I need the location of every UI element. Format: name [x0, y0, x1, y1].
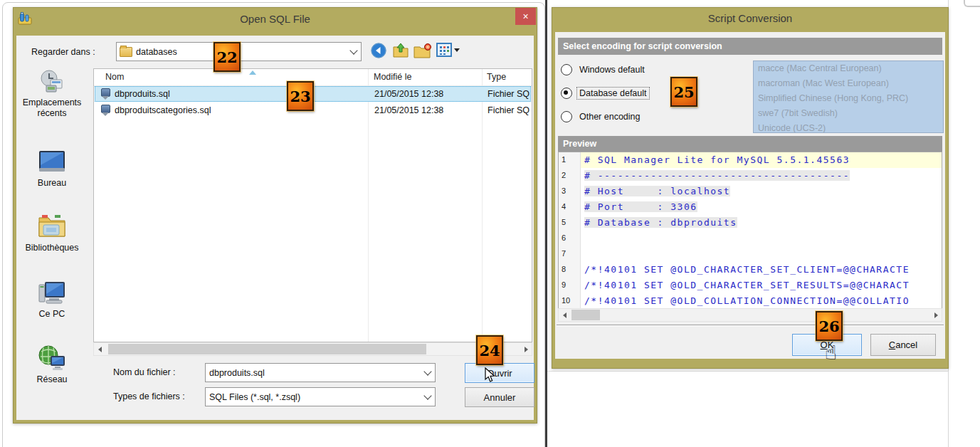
radio-icon[interactable]	[561, 64, 572, 75]
radio-label[interactable]: Windows default	[577, 64, 647, 75]
look-in-label: Regarder dans :	[31, 47, 95, 57]
place-desktop[interactable]: Bureau	[18, 178, 86, 189]
sql-file-icon	[100, 105, 110, 116]
hand-cursor-icon: ☝	[825, 341, 837, 364]
file-type-value: SQL Files (*.sql, *.zsql)	[206, 392, 421, 402]
cancel-button-label: Annuler	[484, 392, 516, 403]
folder-icon	[120, 47, 132, 57]
view-menu-icon[interactable]	[436, 43, 452, 60]
right-bottom-line	[547, 371, 948, 372]
dialog-body: Select encoding for script conversion Wi…	[555, 32, 945, 359]
page: Open SQL File × Regarder dans : database…	[0, 0, 980, 447]
file-modified: 21/05/2015 12:38	[374, 89, 443, 99]
file-name-value: dbproduits.sql	[206, 368, 421, 378]
line-number: 10	[562, 296, 570, 305]
up-folder-icon[interactable]	[392, 43, 409, 58]
scroll-right-icon[interactable]	[520, 343, 532, 355]
step-badge-26: 26	[816, 311, 843, 341]
code-line: # --------------------------------------	[584, 170, 850, 181]
arrow-cursor-icon	[485, 367, 495, 383]
cancel-button-label: Cancel	[889, 340, 917, 350]
network-icon[interactable]	[38, 345, 66, 372]
file-name-combobox[interactable]: dbproduits.sql	[205, 363, 436, 382]
scrollbar-thumb[interactable]	[571, 310, 600, 320]
file-type: Fichier SQ	[488, 89, 532, 99]
code-line: # SQL Manager Lite for MySQL 5.5.1.45563	[584, 154, 850, 165]
line-number: 1	[562, 155, 566, 164]
encoding-item: macroman (Mac West European)	[754, 76, 943, 91]
line-number: 5	[562, 218, 566, 226]
libraries-icon[interactable]	[38, 212, 66, 239]
line-number: 4	[562, 202, 566, 211]
code-line: # Port : 3306	[584, 201, 697, 212]
encoding-item: macce (Mac Central European)	[754, 61, 943, 76]
open-sql-file-dialog: Open SQL File × Regarder dans : database…	[13, 7, 537, 424]
line-number: 8	[562, 265, 566, 273]
app-icon	[18, 11, 32, 26]
encoding-item: Simplified Chinese (Hong Kong, PRC)	[754, 91, 943, 106]
radio-icon-selected[interactable]	[561, 88, 572, 99]
close-icon: ×	[522, 11, 528, 22]
code-line: # Database : dbproduits	[584, 217, 737, 228]
step-badge-25: 25	[670, 77, 697, 107]
place-network[interactable]: Réseau	[18, 374, 86, 385]
line-number: 2	[562, 171, 566, 179]
dialog-body: Regarder dans : databases	[16, 36, 534, 420]
chevron-down-icon[interactable]	[347, 43, 361, 61]
radio-other-encoding[interactable]: Other encoding	[561, 110, 642, 123]
radio-database-default[interactable]: Database default	[561, 87, 649, 100]
scroll-left-icon[interactable]	[94, 343, 105, 355]
chevron-down-icon[interactable]	[421, 364, 435, 382]
scroll-left-icon[interactable]	[559, 309, 570, 321]
encoding-listbox: macce (Mac Central European) macroman (M…	[753, 61, 944, 133]
preview-section-header: Preview	[558, 136, 942, 152]
recent-places-icon[interactable]	[38, 68, 66, 95]
chevron-down-icon[interactable]	[421, 388, 435, 406]
column-modified[interactable]: Modifié le	[374, 72, 412, 82]
scrollbar-corner-fragment	[964, 0, 980, 7]
sql-file-icon	[100, 88, 110, 100]
scroll-right-icon[interactable]	[930, 309, 942, 321]
new-folder-icon[interactable]	[413, 43, 432, 58]
dialog-title: Script Conversion	[552, 12, 948, 24]
cancel-button[interactable]: Cancel	[870, 334, 936, 356]
this-pc-icon[interactable]	[38, 279, 66, 306]
file-type-label: Types de fichiers :	[113, 391, 185, 401]
file-name-label: Nom du fichier :	[113, 367, 176, 377]
step-badge-24: 24	[476, 335, 503, 365]
file-type: Fichier SQ	[488, 105, 532, 115]
radio-windows-default[interactable]: Windows default	[561, 63, 647, 76]
file-name: dbproduitscategories.sql	[115, 105, 278, 115]
place-this-pc[interactable]: Ce PC	[18, 309, 86, 320]
place-recent[interactable]: Emplacements récents	[18, 98, 86, 119]
script-preview: 1# SQL Manager Lite for MySQL 5.5.1.4556…	[558, 152, 942, 310]
file-list-hscrollbar[interactable]	[93, 342, 532, 356]
dialog-title: Open SQL File	[14, 13, 537, 25]
code-line: /*!40101 SET @OLD_COLLATION_CONNECTION=@…	[584, 295, 910, 306]
close-button[interactable]: ×	[515, 8, 536, 25]
line-number: 9	[562, 280, 566, 289]
radio-label[interactable]: Database default	[577, 88, 649, 99]
encoding-item: swe7 (7bit Swedish)	[754, 106, 943, 121]
file-list: Nom Modifié le Type dbproduits.sql 21/05…	[93, 68, 532, 342]
script-conversion-dialog: Script Conversion Select encoding for sc…	[552, 7, 949, 369]
column-type[interactable]: Type	[487, 72, 506, 82]
open-button[interactable]: Ouvrir	[465, 363, 534, 383]
column-name[interactable]: Nom	[105, 72, 124, 82]
code-line: /*!40101 SET @OLD_CHARACTER_SET_CLIENT=@…	[584, 264, 910, 275]
line-number: 7	[562, 249, 566, 258]
place-libraries[interactable]: Bibliothèques	[18, 243, 86, 253]
code-line: /*!40101 SET @OLD_CHARACTER_SET_RESULTS=…	[584, 280, 910, 290]
radio-label[interactable]: Other encoding	[577, 111, 642, 122]
preview-hscrollbar[interactable]	[558, 308, 942, 322]
panel-divider	[545, 0, 547, 447]
step-badge-22: 22	[214, 42, 241, 72]
radio-icon[interactable]	[561, 111, 572, 122]
file-type-combobox[interactable]: SQL Files (*.sql, *.zsql)	[205, 387, 436, 406]
line-number: 3	[562, 186, 566, 195]
back-icon[interactable]	[371, 43, 386, 58]
cancel-button-fr[interactable]: Annuler	[465, 387, 534, 407]
chevron-down-icon	[454, 48, 460, 52]
scrollbar-thumb[interactable]	[108, 344, 426, 354]
desktop-icon[interactable]	[38, 148, 66, 175]
